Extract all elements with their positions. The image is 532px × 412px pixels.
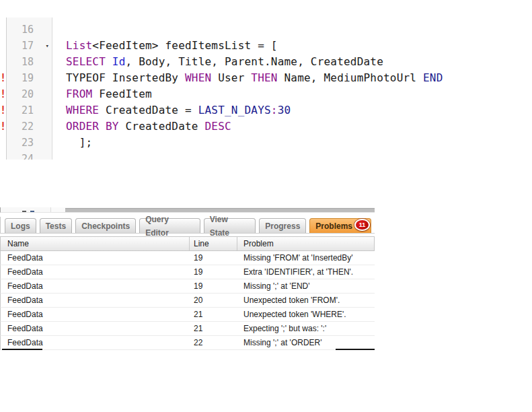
problem-line-cell: 21	[190, 310, 237, 319]
line-number: 21	[6, 102, 52, 118]
code-token: WHERE	[66, 104, 99, 116]
problem-name-cell: FeedData	[1, 296, 190, 305]
problem-line-cell: 19	[190, 267, 237, 277]
header-problem: Problem	[237, 239, 374, 248]
problem-name-cell: FeedData	[1, 324, 190, 333]
problem-row[interactable]: FeedData22Missing ';' at 'ORDER'	[0, 336, 375, 350]
code-line: TYPEOF InsertedBy WHEN User THEN Name, M…	[66, 70, 443, 86]
code-token: FROM	[66, 88, 92, 100]
code-token: THEN	[251, 71, 277, 84]
error-marker-icon	[0, 54, 6, 70]
code-line: SELECT Id, Body, Title, Parent.Name, Cre…	[66, 54, 383, 70]
code-token: CreatedDate =	[99, 104, 198, 116]
editor-line: 24	[0, 151, 471, 160]
code-token: WHEN	[185, 71, 211, 84]
problem-message-cell: Missing 'FROM' at 'InsertedBy'	[237, 253, 375, 263]
tab-tests[interactable]: Tests	[40, 218, 72, 233]
code-token: <FeedItem> feedItemsList = [	[92, 39, 277, 52]
panel-tab-bar: LogsTestsCheckpointsQuery EditorView Sta…	[0, 217, 375, 234]
code-token: Name, MediumPhotoUrl	[278, 71, 423, 84]
code-token: LAST_N_DAYS	[198, 104, 271, 116]
editor-bottom-strip	[0, 207, 375, 213]
code-token: 30	[278, 104, 291, 116]
code-editor[interactable]: 1617▾List<FeedItem> feedItemsList = [18S…	[0, 18, 471, 160]
error-marker-icon	[0, 151, 6, 160]
editor-line: 16	[0, 22, 471, 38]
tab-label: Query Editor	[145, 213, 194, 240]
horizontal-scrollbar[interactable]	[65, 208, 375, 212]
problem-name-cell: FeedData	[1, 310, 190, 319]
problem-line-cell: 22	[190, 338, 237, 347]
problem-name-cell: FeedData	[1, 338, 190, 347]
tab-label: Checkpoints	[81, 219, 130, 233]
problem-message-cell: Expecting ';' but was: ':'	[237, 324, 375, 333]
header-name: Name	[1, 237, 190, 250]
header-line: Line	[190, 237, 237, 250]
tab-label: View State	[210, 213, 250, 240]
bottom-edge-mark-left	[2, 349, 42, 350]
code-line: ];	[66, 135, 92, 151]
error-marker-icon: !	[0, 118, 6, 135]
code-token: BY	[106, 120, 119, 133]
line-number: 16	[6, 22, 52, 38]
problem-name-cell: FeedData	[1, 253, 190, 263]
problem-message-cell: Unexpected token 'FROM'.	[237, 296, 375, 305]
tab-logs[interactable]: Logs	[5, 218, 36, 233]
editor-line: 18SELECT Id, Body, Title, Parent.Name, C…	[0, 54, 471, 70]
tab-checkpoints[interactable]: Checkpoints	[75, 218, 136, 233]
line-number: 24	[6, 151, 52, 160]
editor-line: 23 ];	[0, 135, 471, 151]
problem-message-cell: Missing ';' at 'ORDER'	[237, 338, 375, 347]
editor-line: !19TYPEOF InsertedBy WHEN User THEN Name…	[0, 70, 471, 86]
problem-line-cell: 20	[190, 296, 237, 305]
problem-row[interactable]: FeedData19Missing ';' at 'END'	[0, 279, 375, 294]
code-token: User	[211, 71, 251, 84]
error-marker-icon: !	[0, 70, 6, 86]
error-marker-icon	[0, 22, 6, 38]
problem-name-cell: FeedData	[1, 281, 190, 291]
bottom-panel: LogsTestsCheckpointsQuery EditorView Sta…	[0, 207, 375, 350]
tab-query-editor[interactable]: Query Editor	[139, 218, 200, 233]
code-token: SELECT	[66, 55, 106, 68]
code-token: ORDER	[66, 120, 99, 133]
problem-name-cell: FeedData	[1, 267, 190, 277]
code-token	[106, 55, 112, 68]
tab-progress[interactable]: Progress	[259, 218, 306, 233]
code-line: ORDER BY CreatedDate DESC	[66, 118, 231, 135]
code-token	[99, 120, 106, 133]
tab-label: Logs	[11, 219, 30, 233]
problem-row[interactable]: FeedData19Extra 'IDENTIFIER', at 'THEN'.	[0, 265, 375, 279]
problem-line-cell: 21	[190, 324, 237, 333]
line-number: 20	[6, 86, 52, 102]
problem-row[interactable]: FeedData21Unexpected token 'WHERE'.	[0, 308, 375, 322]
code-token: , Body, Title, Parent.Name, CreatedDate	[126, 55, 383, 68]
tab-problems[interactable]: Problems11	[309, 218, 371, 233]
editor-lines: 1617▾List<FeedItem> feedItemsList = [18S…	[0, 22, 471, 160]
problem-line-cell: 19	[190, 281, 237, 291]
code-line: List<FeedItem> feedItemsList = [	[66, 38, 278, 54]
code-token: DESC	[205, 120, 231, 133]
tab-label: Problems	[315, 219, 352, 233]
problem-row[interactable]: FeedData19Missing 'FROM' at 'InsertedBy'	[0, 251, 375, 265]
code-line: WHERE CreatedDate = LAST_N_DAYS:30	[66, 102, 291, 118]
editor-line: !22ORDER BY CreatedDate DESC	[0, 118, 471, 135]
line-number: 19	[6, 70, 52, 86]
gutter-bottom-edge	[1, 207, 51, 212]
bottom-edge-mark-right	[336, 349, 375, 350]
problem-message-cell: Extra 'IDENTIFIER', at 'THEN'.	[237, 267, 375, 277]
error-marker-icon	[0, 135, 6, 151]
problems-table-body: FeedData19Missing 'FROM' at 'InsertedBy'…	[0, 251, 375, 350]
fold-toggle-icon[interactable]: ▾	[46, 38, 49, 54]
line-number: 23	[6, 135, 52, 151]
code-token: List	[66, 39, 92, 52]
problem-row[interactable]: FeedData21Expecting ';' but was: ':'	[0, 322, 375, 336]
problem-message-cell: Unexpected token 'WHERE'.	[237, 310, 375, 319]
code-token: ];	[66, 136, 92, 149]
problems-table-header: Name Line Problem	[0, 236, 375, 251]
error-marker-icon	[0, 38, 6, 54]
code-token: CreatedDate	[119, 120, 205, 133]
problem-row[interactable]: FeedData20Unexpected token 'FROM'.	[0, 294, 375, 308]
tab-label: Tests	[46, 219, 66, 233]
tab-view-state[interactable]: View State	[204, 218, 256, 233]
code-token: Id	[112, 55, 126, 68]
